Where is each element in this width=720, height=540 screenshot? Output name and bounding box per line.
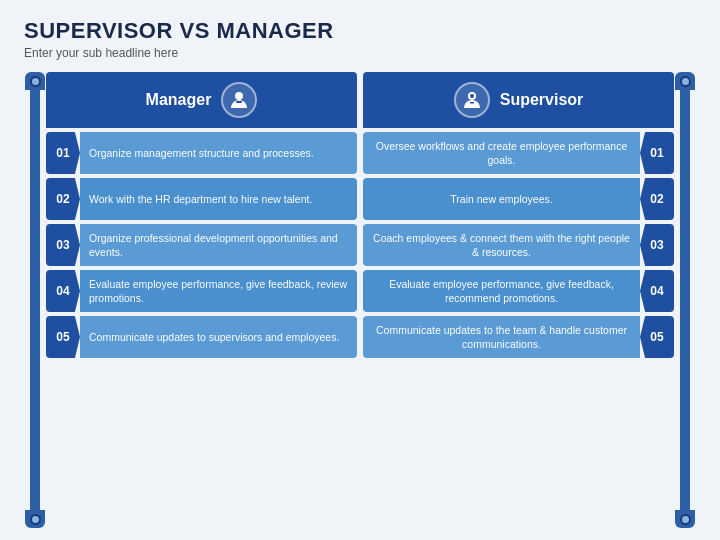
manager-row-item: 05 Communicate updates to supervisors an… <box>46 316 357 358</box>
supervisor-panel: Supervisor Oversee workflows and create … <box>363 72 674 528</box>
svg-rect-4 <box>470 102 474 104</box>
svg-point-3 <box>470 94 474 98</box>
scroll-knob-top-left <box>30 76 41 87</box>
manager-num-badge: 05 <box>46 316 80 358</box>
supervisor-row-text: Train new employees. <box>363 178 640 220</box>
supervisor-num-badge: 02 <box>640 178 674 220</box>
page: SUPERVISOR VS MANAGER Enter your sub hea… <box>0 0 720 540</box>
supervisor-row-text: Coach employees & connect them with the … <box>363 224 640 266</box>
page-subtitle: Enter your sub headline here <box>24 46 696 60</box>
panels: Manager 01 Organize management structure… <box>46 72 674 528</box>
supervisor-title: Supervisor <box>500 91 584 109</box>
scroll-bottom-cap-right <box>675 510 695 528</box>
manager-row-text: Organize management structure and proces… <box>80 132 357 174</box>
scroll-right <box>674 72 696 528</box>
manager-row-text: Organize professional development opport… <box>80 224 357 266</box>
manager-num-badge: 03 <box>46 224 80 266</box>
manager-row-text: Work with the HR department to hire new … <box>80 178 357 220</box>
supervisor-header: Supervisor <box>363 72 674 128</box>
scroll-bar-left <box>30 90 40 510</box>
supervisor-row-item: Coach employees & connect them with the … <box>363 224 674 266</box>
supervisor-num-badge: 05 <box>640 316 674 358</box>
manager-row-item: 03 Organize professional development opp… <box>46 224 357 266</box>
manager-num-badge: 01 <box>46 132 80 174</box>
svg-rect-1 <box>236 101 242 103</box>
manager-num-badge: 04 <box>46 270 80 312</box>
scroll-top-cap-right <box>675 72 695 90</box>
scroll-knob-bottom-left <box>30 514 41 525</box>
manager-row-text: Communicate updates to supervisors and e… <box>80 316 357 358</box>
supervisor-row-item: Oversee workflows and create employee pe… <box>363 132 674 174</box>
supervisor-row-text: Evaluate employee performance, give feed… <box>363 270 640 312</box>
manager-row-item: 02 Work with the HR department to hire n… <box>46 178 357 220</box>
manager-row-text: Evaluate employee performance, give feed… <box>80 270 357 312</box>
supervisor-row-text: Communicate updates to the team & handle… <box>363 316 640 358</box>
scroll-bottom-cap-left <box>25 510 45 528</box>
scroll-knob-bottom-right <box>680 514 691 525</box>
scroll-bar-right <box>680 90 690 510</box>
manager-row-item: 01 Organize management structure and pro… <box>46 132 357 174</box>
scroll-top-cap-left <box>25 72 45 90</box>
main-content: Manager 01 Organize management structure… <box>24 72 696 528</box>
manager-title: Manager <box>146 91 212 109</box>
supervisor-num-badge: 04 <box>640 270 674 312</box>
svg-point-0 <box>235 92 243 100</box>
manager-row-item: 04 Evaluate employee performance, give f… <box>46 270 357 312</box>
supervisor-num-badge: 01 <box>640 132 674 174</box>
manager-header: Manager <box>46 72 357 128</box>
supervisor-rows: Oversee workflows and create employee pe… <box>363 132 674 528</box>
manager-num-badge: 02 <box>46 178 80 220</box>
supervisor-row-text: Oversee workflows and create employee pe… <box>363 132 640 174</box>
manager-panel: Manager 01 Organize management structure… <box>46 72 357 528</box>
supervisor-num-badge: 03 <box>640 224 674 266</box>
page-title: SUPERVISOR VS MANAGER <box>24 18 696 44</box>
manager-icon <box>221 82 257 118</box>
scroll-knob-top-right <box>680 76 691 87</box>
manager-rows: 01 Organize management structure and pro… <box>46 132 357 528</box>
supervisor-row-item: Communicate updates to the team & handle… <box>363 316 674 358</box>
supervisor-row-item: Evaluate employee performance, give feed… <box>363 270 674 312</box>
scroll-left <box>24 72 46 528</box>
supervisor-icon <box>454 82 490 118</box>
supervisor-row-item: Train new employees. 02 <box>363 178 674 220</box>
